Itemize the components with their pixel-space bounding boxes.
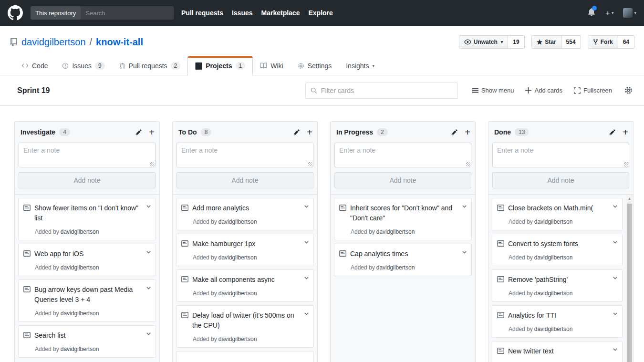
column-scrollbar[interactable]: ▲ <box>626 195 633 362</box>
create-new-menu[interactable]: + ▾ <box>605 9 613 17</box>
note-input[interactable] <box>19 143 156 167</box>
card-title[interactable]: Bug arrow keys down past Media Queries l… <box>34 285 142 305</box>
project-card[interactable]: Web app for iOS Added bydavidgilbertson <box>18 244 156 276</box>
project-card[interactable]: Convert to system fonts Added bydavidgil… <box>492 234 623 266</box>
card-title[interactable]: Make hamburger 1px <box>192 239 255 249</box>
card-menu-chevron-icon[interactable] <box>303 310 310 317</box>
card-menu-chevron-icon[interactable] <box>145 203 152 209</box>
repo-name-link[interactable]: know-it-all <box>96 37 143 48</box>
fork-button[interactable]: Fork <box>588 35 618 49</box>
card-title[interactable]: Delay load of twitter (it's 500ms on the… <box>192 310 300 331</box>
card-title[interactable]: Web app for iOS <box>34 249 83 259</box>
card-title[interactable]: Add more analytics <box>192 203 249 213</box>
card-title[interactable]: Inherit scores for "Don't know" and "Don… <box>350 203 458 223</box>
card-author-link[interactable]: davidgilbertson <box>534 254 573 261</box>
card-title[interactable]: Search list <box>34 331 65 341</box>
card-author-link[interactable]: davidgilbertson <box>218 254 257 261</box>
add-card-icon[interactable]: + <box>149 127 155 137</box>
project-card[interactable]: Make hamburger 1px Added bydavidgilberts… <box>176 234 314 266</box>
show-menu-button[interactable]: Show menu <box>472 87 514 94</box>
edit-column-icon[interactable] <box>609 129 616 135</box>
card-title[interactable]: Cap analytics times <box>350 249 408 259</box>
project-card[interactable]: Close brackets on Math.min( Added bydavi… <box>492 198 623 230</box>
nav-marketplace[interactable]: Marketplace <box>261 9 300 17</box>
edit-column-icon[interactable] <box>135 129 142 135</box>
edit-column-icon[interactable] <box>293 129 300 135</box>
card-author-link[interactable]: davidgilbertson <box>534 290 573 297</box>
card-author-link[interactable]: davidgilbertson <box>218 290 257 297</box>
card-menu-chevron-icon[interactable] <box>145 331 152 337</box>
repo-owner-link[interactable]: davidgilbertson <box>21 37 86 48</box>
resize-grip-icon[interactable] <box>466 162 470 166</box>
add-note-button[interactable]: Add note <box>177 172 313 188</box>
card-title[interactable]: Remove 'pathString' <box>508 275 568 285</box>
card-menu-chevron-icon[interactable] <box>303 203 310 209</box>
notifications-bell-icon[interactable] <box>587 8 596 18</box>
project-card[interactable]: Make all components async Added bydavidg… <box>176 269 314 302</box>
card-author-link[interactable]: davidgilbertson <box>218 218 257 225</box>
card-title[interactable]: Analytics for TTI <box>508 310 556 321</box>
project-card[interactable]: Delay load of twitter (it's 500ms on the… <box>176 305 314 348</box>
stars-count[interactable]: 554 <box>561 35 581 49</box>
card-author-link[interactable]: davidgilbertson <box>376 228 415 235</box>
star-button[interactable]: ★ Star <box>531 35 561 49</box>
project-card[interactable]: Added by <box>176 351 314 362</box>
nav-pull-requests[interactable]: Pull requests <box>181 9 223 17</box>
resize-grip-icon[interactable] <box>308 162 312 166</box>
note-input[interactable] <box>177 143 313 167</box>
add-cards-button[interactable]: Add cards <box>525 87 562 94</box>
add-card-icon[interactable]: + <box>623 127 628 137</box>
card-menu-chevron-icon[interactable] <box>612 203 618 209</box>
card-author-link[interactable]: davidgilbertson <box>61 264 99 271</box>
card-menu-chevron-icon[interactable] <box>612 239 618 245</box>
github-logo-icon[interactable] <box>8 5 23 21</box>
card-menu-chevron-icon[interactable] <box>612 346 618 352</box>
add-card-icon[interactable]: + <box>465 127 470 137</box>
fullscreen-button[interactable]: Fullscreen <box>574 87 612 94</box>
add-note-button[interactable]: Add note <box>334 172 471 188</box>
card-author-link[interactable]: davidgilbertson <box>218 336 257 342</box>
scroll-up-icon[interactable]: ▲ <box>626 195 633 203</box>
card-title[interactable]: Convert to system fonts <box>508 239 578 249</box>
card-menu-chevron-icon[interactable] <box>612 275 618 281</box>
add-card-icon[interactable]: + <box>307 127 312 137</box>
card-menu-chevron-icon[interactable] <box>612 310 618 317</box>
edit-column-icon[interactable] <box>451 129 458 135</box>
card-title[interactable]: Show fewer items on "I don't know" list <box>34 203 142 223</box>
card-author-link[interactable]: davidgilbertson <box>61 228 99 235</box>
tab-wiki[interactable]: Wiki <box>253 56 290 75</box>
card-menu-chevron-icon[interactable] <box>461 249 467 255</box>
card-menu-chevron-icon[interactable] <box>461 203 467 209</box>
forks-count[interactable]: 64 <box>618 35 634 49</box>
tab-insights[interactable]: Insights ▾ <box>339 56 382 75</box>
project-card[interactable]: Add more analytics Added bydavidgilberts… <box>176 198 314 230</box>
add-note-button[interactable]: Add note <box>492 172 629 188</box>
resize-grip-icon[interactable] <box>624 162 628 166</box>
card-menu-chevron-icon[interactable] <box>303 275 310 281</box>
tab-settings[interactable]: Settings <box>291 56 339 75</box>
card-author-link[interactable]: davidgilbertson <box>534 218 573 225</box>
tab-projects[interactable]: Projects 1 <box>187 56 253 75</box>
tab-issues[interactable]: Issues 9 <box>55 56 112 75</box>
card-author-link[interactable]: davidgilbertson <box>534 326 573 332</box>
card-author-link[interactable]: davidgilbertson <box>61 346 99 352</box>
resize-grip-icon[interactable] <box>150 162 155 166</box>
user-menu[interactable]: ▾ <box>623 8 636 18</box>
search-input[interactable] <box>81 6 174 20</box>
tab-code[interactable]: Code <box>14 56 55 75</box>
nav-issues[interactable]: Issues <box>232 9 253 17</box>
nav-explore[interactable]: Explore <box>308 9 332 17</box>
note-input[interactable] <box>492 143 629 167</box>
scrollbar-thumb[interactable] <box>627 204 632 362</box>
card-title[interactable]: Make all components async <box>192 275 275 285</box>
filter-cards-input[interactable] <box>321 87 453 94</box>
tab-pull-requests[interactable]: Pull requests 2 <box>112 56 188 75</box>
project-settings-gear-icon[interactable] <box>624 86 633 94</box>
project-card[interactable]: Inherit scores for "Don't know" and "Don… <box>334 198 472 240</box>
add-note-button[interactable]: Add note <box>19 172 156 188</box>
card-title[interactable]: New twitter text <box>508 346 554 356</box>
project-card[interactable]: Remove 'pathString' Added bydavidgilbert… <box>492 269 623 302</box>
project-card[interactable]: New twitter text Added bydavidgilbertson <box>492 341 623 362</box>
project-card[interactable]: Search list Added bydavidgilbertson <box>18 325 156 358</box>
card-author-link[interactable]: davidgilbertson <box>376 264 415 271</box>
